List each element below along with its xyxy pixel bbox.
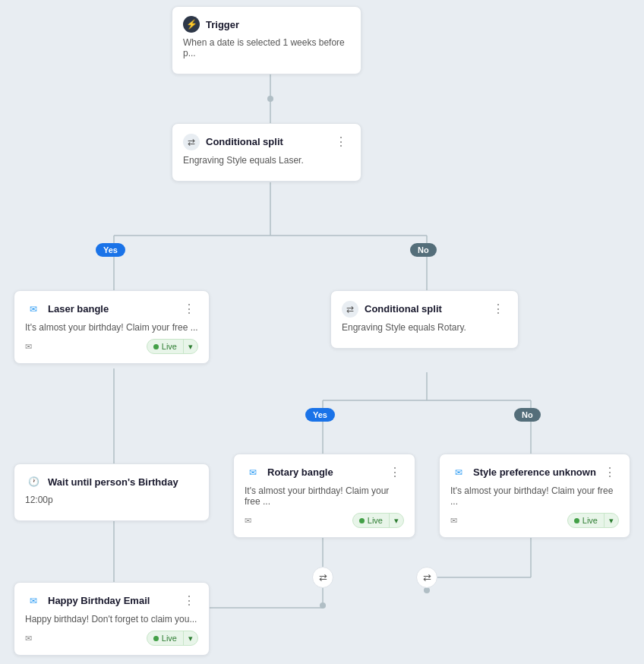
rb-menu-button[interactable]: ⋮ — [386, 463, 404, 481]
swap-icon-1[interactable]: ⇄ — [312, 567, 333, 588]
wb-title-row: 🕐 Wait until person's Birthday — [25, 473, 178, 490]
rb-title-row: ✉ Rotary bangle — [245, 464, 333, 481]
swap-icon-2[interactable]: ⇄ — [416, 567, 437, 588]
su-title: Style preference unknown — [473, 466, 596, 478]
lb-status-dropdown[interactable]: ▾ — [184, 340, 197, 353]
lb-menu-button[interactable]: ⋮ — [180, 300, 198, 318]
rb-title: Rotary bangle — [267, 466, 333, 478]
wb-time: 12:00p — [25, 495, 198, 505]
conditional-split-2-card: ⇄ Conditional split ⋮ Engraving Style eq… — [330, 290, 519, 349]
trigger-icon: ⚡ — [183, 16, 200, 33]
wb-clock-icon: 🕐 — [25, 473, 42, 490]
happy-birthday-card: ✉ Happy Birthday Email ⋮ Happy birthday!… — [14, 582, 210, 656]
cs2-title: Conditional split — [365, 303, 442, 315]
hb-title: Happy Birthday Email — [48, 595, 150, 606]
cs2-menu-button[interactable]: ⋮ — [489, 300, 507, 318]
su-status-left: Live — [568, 514, 604, 526]
lb-status-label: Live — [162, 342, 177, 351]
connector-dot-3 — [424, 587, 430, 593]
rb-status-label: Live — [368, 516, 383, 525]
connector-dot-2 — [320, 602, 326, 609]
connector-dot-1 — [267, 96, 273, 102]
cs1-title-row: ⇄ Conditional split — [183, 134, 283, 150]
lb-title-row: ✉ Laser bangle — [25, 301, 109, 318]
su-header: ✉ Style preference unknown ⋮ — [450, 463, 619, 481]
hb-small-email-icon: ✉ — [25, 634, 32, 643]
trigger-title: Trigger — [206, 19, 239, 30]
hb-menu-button[interactable]: ⋮ — [180, 592, 198, 609]
hb-status-dot — [153, 636, 159, 641]
hb-header: ✉ Happy Birthday Email ⋮ — [25, 592, 198, 609]
yes-label-2: Yes — [305, 408, 335, 422]
lb-status-dot — [153, 344, 159, 349]
wb-title: Wait until person's Birthday — [48, 476, 178, 488]
lb-subtitle: It's almost your birthday! Claim your fr… — [25, 322, 198, 333]
no-label-2: No — [514, 408, 541, 422]
hb-subtitle: Happy birthday! Don't forget to claim yo… — [25, 614, 198, 624]
cs2-header: ⇄ Conditional split ⋮ — [342, 300, 507, 318]
lb-status-row: ✉ Live ▾ — [25, 339, 198, 354]
style-unknown-card: ✉ Style preference unknown ⋮ It's almost… — [439, 454, 630, 538]
hb-status-left: Live — [147, 632, 183, 644]
su-status-label: Live — [582, 516, 598, 525]
cs1-menu-button[interactable]: ⋮ — [332, 133, 350, 150]
trigger-subtitle: When a date is selected 1 weeks before p… — [183, 37, 350, 58]
rotary-bangle-card: ✉ Rotary bangle ⋮ It's almost your birth… — [233, 454, 415, 538]
cs2-subtitle: Engraving Style equals Rotary. — [342, 322, 507, 333]
cs1-title: Conditional split — [206, 136, 283, 147]
rb-header: ✉ Rotary bangle ⋮ — [245, 463, 404, 481]
su-status-combined[interactable]: Live ▾ — [567, 513, 619, 528]
su-title-row: ✉ Style preference unknown — [450, 464, 596, 481]
hb-status-row: ✉ Live ▾ — [25, 631, 198, 646]
laser-bangle-card: ✉ Laser bangle ⋮ It's almost your birthd… — [14, 290, 210, 364]
trigger-title-row: ⚡ Trigger — [183, 16, 239, 33]
rb-status-row: ✉ Live ▾ — [245, 513, 404, 528]
cs2-icon: ⇄ — [342, 301, 358, 318]
lb-header: ✉ Laser bangle ⋮ — [25, 300, 198, 318]
lb-small-email-icon: ✉ — [25, 342, 32, 352]
su-status-dot — [574, 518, 579, 523]
trigger-header: ⚡ Trigger — [183, 16, 350, 33]
rb-subtitle: It's almost your birthday! Claim your fr… — [245, 485, 404, 507]
no-label-1: No — [410, 243, 437, 257]
lb-status-left: Live — [147, 340, 183, 353]
trigger-card: ⚡ Trigger When a date is selected 1 week… — [172, 6, 361, 74]
conditional-split-1-card: ⇄ Conditional split ⋮ Engraving Style eq… — [172, 123, 361, 182]
rb-status-dropdown[interactable]: ▾ — [390, 514, 403, 527]
rb-email-icon: ✉ — [245, 464, 261, 481]
cs1-subtitle: Engraving Style equals Laser. — [183, 155, 350, 166]
cs1-icon: ⇄ — [183, 134, 200, 150]
cs2-title-row: ⇄ Conditional split — [342, 301, 442, 318]
hb-status-label: Live — [162, 634, 177, 643]
yes-label-1: Yes — [96, 243, 125, 257]
hb-title-row: ✉ Happy Birthday Email — [25, 593, 150, 609]
su-menu-button[interactable]: ⋮ — [601, 463, 619, 481]
lb-email-icon: ✉ — [25, 301, 42, 318]
su-status-row: ✉ Live ▾ — [450, 513, 619, 528]
su-status-dropdown[interactable]: ▾ — [605, 514, 618, 527]
su-subtitle: It's almost your birthday! Claim your fr… — [450, 485, 619, 507]
hb-email-icon: ✉ — [25, 593, 42, 609]
cs1-header: ⇄ Conditional split ⋮ — [183, 133, 350, 150]
wait-birthday-card: 🕐 Wait until person's Birthday 12:00p — [14, 463, 210, 521]
lb-title: Laser bangle — [48, 303, 109, 315]
lb-status-combined[interactable]: Live ▾ — [147, 339, 198, 354]
rb-status-dot — [359, 518, 365, 523]
rb-status-combined[interactable]: Live ▾ — [352, 513, 404, 528]
su-email-icon: ✉ — [450, 464, 467, 481]
rb-small-email-icon: ✉ — [245, 516, 251, 526]
wb-header: 🕐 Wait until person's Birthday — [25, 473, 198, 490]
rb-status-left: Live — [353, 514, 389, 526]
hb-status-combined[interactable]: Live ▾ — [147, 631, 198, 646]
hb-status-dropdown[interactable]: ▾ — [184, 632, 197, 645]
su-small-email-icon: ✉ — [450, 516, 457, 526]
